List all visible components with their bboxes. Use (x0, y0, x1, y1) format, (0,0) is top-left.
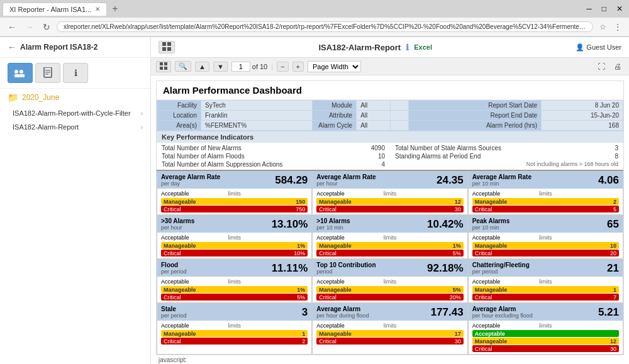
sidebar-title: Alarm Report ISA18-2 (20, 43, 97, 52)
kpi-suppression-label: Total Number of Alarm Suppression Action… (162, 161, 347, 168)
main-content: ISA182-Alarm-Report ℹ Excel 👤 Guest User… (151, 37, 629, 364)
report-end-value: 15-Jun-20 (542, 111, 623, 121)
cards-row-3: Flood per period 11.11% Acceptable limit… (157, 259, 623, 303)
module-label: Module (313, 101, 357, 111)
active-tab[interactable]: XI Reporter - Alarm ISA1... ✕ (3, 3, 107, 16)
card-flood: Flood per period 11.11% Acceptable limit… (157, 259, 312, 303)
card-peak-value: 65 (607, 218, 619, 231)
app-layout: ← Alarm Report ISA18-2 ℹ 📁 2020_June ISA… (0, 37, 629, 364)
kpi-note: Not including alarms > 168 hours old (390, 160, 623, 168)
critical-bar-5: Critical 20 (472, 250, 619, 256)
meta-table: Facility SyTech Module All Report Start … (157, 100, 623, 131)
kpi-standing: Standing Alarms at Period End 8 (390, 152, 623, 160)
card-stale: Stale per period 3 Acceptable limits (157, 303, 312, 355)
sidebar-item-0[interactable]: ISA182-Alarm-Report-with-Cycle-Filter › (0, 106, 150, 120)
cards-row-1: Average Alarm Rate per day 584.29 Accept… (157, 170, 623, 215)
alarm-period-value: 168 (542, 121, 623, 131)
bookmark-button[interactable]: ☆ (597, 21, 609, 33)
minimize-button[interactable]: ─ (582, 3, 596, 14)
zoom-in-button[interactable]: + (292, 62, 304, 72)
critical-bar-9: Critical 2 (161, 338, 308, 345)
header-center: ISA182-Alarm-Report ℹ Excel (180, 43, 571, 52)
card-avg-alarm-excl-flood: Average Alarm per hour excluding flood 5… (468, 303, 623, 355)
main-header: ISA182-Alarm-Report ℹ Excel 👤 Guest User (151, 37, 629, 58)
alarm-cycle-label: Alarm Cycle (313, 121, 357, 131)
maximize-button[interactable]: □ (598, 3, 610, 14)
address-bar[interactable]: xlreporter.net/XLRweb/xlrapp/user/list/t… (57, 21, 593, 32)
sidebar-back-button[interactable]: ← (8, 42, 16, 52)
critical-bar-8: Critical 7 (472, 294, 619, 301)
kpi-new-alarms-value: 4090 (347, 145, 385, 152)
excel-link[interactable]: Excel (414, 43, 432, 51)
page-total: 10 (260, 63, 267, 70)
sidebar-chevron-1: › (141, 124, 143, 131)
sidebar-folder[interactable]: 📁 2020_June (0, 89, 150, 106)
manageable-bar-10: Manageable 17 (316, 330, 463, 337)
zoom-select[interactable]: Page Width (308, 61, 361, 72)
location-label: Location (157, 111, 201, 121)
page-input[interactable]: 1 (231, 62, 250, 72)
next-page-button[interactable]: ▼ (213, 62, 228, 72)
svg-rect-9 (167, 42, 171, 46)
prev-page-button[interactable]: ▲ (195, 62, 209, 72)
report-start-value: 8 Jun 20 (542, 101, 623, 111)
page-of: of (252, 63, 258, 70)
report-toolbar: 🔍 ▲ ▼ 1 of 10 | − + Page Width ⛶ 🖨 (151, 58, 629, 75)
sidebar-icon-info[interactable]: ℹ (63, 63, 88, 83)
kpi-stale-sources: Total Number of Stale Alarms Sources 3 (390, 144, 623, 152)
fullscreen-button[interactable]: ⛶ (595, 61, 608, 72)
critical-bar-11: Critical 30 (472, 345, 619, 352)
svg-rect-15 (164, 67, 167, 70)
acceptable-bar-11: Acceptable (472, 330, 619, 337)
manageable-bar-7: Manageable 5% (316, 286, 463, 293)
card-avg-alarm-day-title: Average Alarm Rate per day (161, 174, 220, 187)
zoom-out-button[interactable]: − (277, 62, 288, 72)
sidebar-icon-doc[interactable] (35, 63, 60, 83)
search-button[interactable]: 🔍 (175, 61, 191, 72)
settings-button[interactable]: ⋮ (611, 21, 624, 33)
new-tab-button[interactable]: + (109, 3, 120, 14)
close-window-button[interactable]: ✕ (613, 3, 626, 14)
card-gt10-alarms: >10 Alarms per 10 min 10.42% Acceptable … (312, 215, 467, 259)
toolbar-grid-button[interactable] (156, 61, 171, 72)
card-chattering: Chattering/Fleeting per period 21 Accept… (468, 259, 623, 303)
manageable-bar-1: Manageable 12 (316, 198, 463, 205)
svg-rect-8 (162, 42, 166, 46)
print-button[interactable]: 🖨 (611, 61, 624, 72)
module-value: All (357, 101, 391, 111)
page-indicator: 1 of 10 (231, 62, 267, 72)
sidebar-item-1[interactable]: ISA182-Alarm-Report › (0, 120, 150, 134)
user-label: Guest User (586, 43, 621, 51)
sidebar-icon-people[interactable] (8, 63, 33, 83)
toolbar-sep-1: | (271, 63, 273, 70)
nav-bar: ← → ↻ xlreporter.net/XLRweb/xlrapp/user/… (0, 18, 629, 36)
critical-bar-1: Critical 30 (316, 206, 463, 212)
kpi-stale-sources-value: 3 (581, 145, 618, 152)
manageable-bar-8: Manageable 1 (472, 286, 619, 293)
kpi-rows: Total Number of New Alarms 4090 Total Nu… (157, 143, 623, 170)
svg-rect-1 (14, 74, 19, 77)
svg-rect-14 (160, 67, 163, 70)
attribute-value: All (357, 111, 391, 121)
card-gt30-value: 13.10% (272, 218, 308, 231)
tab-close-button[interactable]: ✕ (95, 6, 100, 13)
grid-view-button[interactable] (159, 41, 175, 53)
critical-bar-4: Critical 5% (316, 250, 463, 256)
folder-label: 2020_June (22, 93, 59, 102)
card-avg-alarm-hour-title: Average Alarm Rate per hour (316, 174, 376, 187)
back-button[interactable]: ← (5, 21, 19, 33)
alarm-cycle-value: All (357, 121, 391, 131)
dashboard-title: Alarm Performance Dashboard (157, 81, 623, 100)
card-top10: Top 10 Contribution period 92.18% Accept… (312, 259, 467, 303)
svg-rect-3 (19, 74, 25, 77)
kpi-floods-value: 10 (347, 153, 385, 160)
kpi-left: Total Number of New Alarms 4090 Total Nu… (157, 144, 390, 168)
svg-rect-0 (14, 70, 18, 74)
card-avg-alarm-flood: Average Alarm per hour during flood 177.… (312, 303, 467, 355)
forward-button[interactable]: → (23, 21, 36, 33)
manageable-bar-0: Manageable 150 (161, 198, 308, 205)
refresh-button[interactable]: ↻ (40, 21, 53, 33)
card-avg-alarm-excl-flood-value: 5.21 (598, 306, 619, 319)
sidebar-item-label-0: ISA182-Alarm-Report-with-Cycle-Filter (13, 109, 141, 117)
critical-bar-3: Critical 10% (161, 250, 308, 256)
